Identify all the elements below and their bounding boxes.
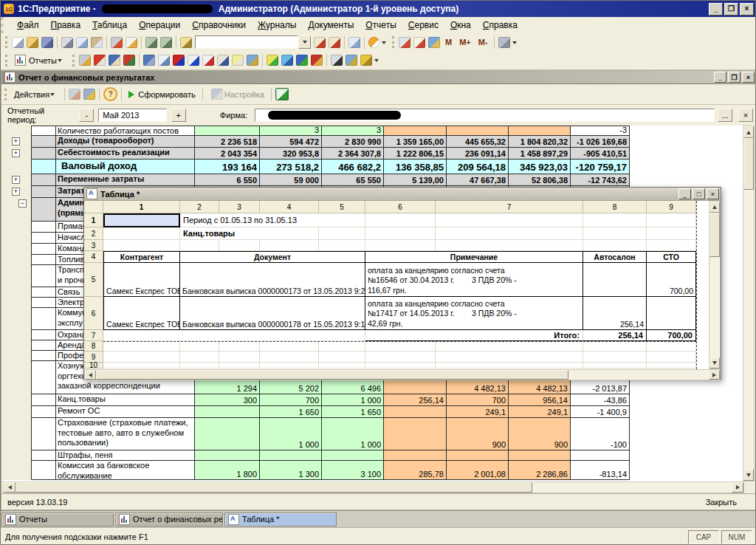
hscroll-thumb[interactable] bbox=[16, 482, 532, 493]
popup-cell[interactable] bbox=[583, 213, 647, 227]
table-cell[interactable]: 47 667,38 bbox=[447, 174, 509, 186]
reports-dropdown-button[interactable]: Отчеты bbox=[10, 52, 69, 68]
taskbar-tab-reports[interactable]: Отчеты bbox=[1, 513, 114, 527]
table-cell[interactable] bbox=[384, 126, 447, 136]
app-close-button[interactable]: × bbox=[740, 3, 754, 16]
popup-contragent-cell[interactable]: Самекс Експрес ТОВ bbox=[103, 297, 180, 330]
popup-cell[interactable] bbox=[180, 352, 219, 363]
popup-cell[interactable] bbox=[219, 240, 260, 251]
sign-document-icon[interactable] bbox=[217, 55, 229, 66]
toolbar-grip[interactable] bbox=[5, 55, 7, 66]
popup-cell[interactable] bbox=[583, 240, 647, 251]
expand-icon[interactable]: + bbox=[12, 176, 20, 184]
table-cell[interactable]: -43,86 bbox=[571, 394, 630, 406]
table-cell[interactable]: 1 000 bbox=[322, 394, 384, 406]
table-cell[interactable] bbox=[322, 450, 384, 461]
table-hscrollbar[interactable] bbox=[3, 481, 744, 493]
memory-m-plus-button[interactable]: M+ bbox=[456, 36, 475, 48]
popup-cell[interactable] bbox=[365, 227, 436, 240]
table-cell[interactable]: 249,1 bbox=[509, 406, 571, 418]
cut-icon[interactable] bbox=[61, 37, 73, 48]
popup-cell[interactable] bbox=[436, 227, 583, 240]
table-cell[interactable] bbox=[384, 418, 447, 450]
find-next-icon[interactable] bbox=[314, 37, 326, 48]
menu-journals[interactable]: Журналы bbox=[252, 18, 302, 32]
popup-cell[interactable] bbox=[365, 341, 436, 352]
generate-button[interactable]: Сформировать bbox=[124, 88, 200, 101]
search-input[interactable] bbox=[195, 35, 298, 49]
table-cell[interactable]: 466 682,2 bbox=[322, 160, 384, 174]
row-stub[interactable] bbox=[31, 126, 56, 136]
popup-cell[interactable] bbox=[647, 341, 696, 352]
popup-cell[interactable] bbox=[180, 363, 219, 369]
popup-cell[interactable] bbox=[647, 352, 696, 363]
row-stub[interactable] bbox=[31, 136, 56, 148]
row-stub[interactable] bbox=[31, 198, 56, 222]
row-label[interactable]: Ремонт ОС bbox=[56, 406, 195, 418]
row-label[interactable]: Переменные затраты bbox=[56, 174, 195, 186]
table-cell[interactable]: 3 100 bbox=[322, 461, 384, 480]
row-stub[interactable] bbox=[31, 461, 56, 480]
table-cell[interactable] bbox=[195, 126, 260, 136]
scroll-down-button[interactable] bbox=[709, 357, 720, 369]
scroll-right-button[interactable] bbox=[709, 370, 720, 380]
popup-cell[interactable] bbox=[219, 352, 260, 363]
books-icon[interactable] bbox=[123, 55, 135, 66]
combobox-dropdown-icon[interactable] bbox=[298, 35, 311, 49]
table-cell[interactable]: -1 400,9 bbox=[571, 406, 630, 418]
popup-vscrollbar[interactable] bbox=[709, 201, 721, 369]
table-cell[interactable]: 256,14 bbox=[384, 394, 447, 406]
print-icon[interactable] bbox=[111, 37, 123, 48]
popup-cell[interactable] bbox=[260, 363, 319, 369]
copy-icon[interactable] bbox=[76, 37, 88, 48]
row-stub[interactable] bbox=[31, 148, 56, 160]
popup-cell[interactable] bbox=[103, 363, 180, 369]
toolbar-grip[interactable] bbox=[72, 55, 75, 66]
table-cell[interactable]: 700 bbox=[260, 394, 322, 406]
table-cell[interactable] bbox=[571, 450, 630, 461]
popup-cell[interactable] bbox=[365, 363, 436, 369]
info-icon[interactable] bbox=[368, 37, 379, 48]
scroll-up-button[interactable] bbox=[709, 202, 720, 213]
table-cell[interactable]: 1 000 bbox=[260, 418, 322, 450]
table-cell[interactable] bbox=[260, 450, 322, 461]
popup-maximize-button[interactable]: □ bbox=[693, 188, 705, 199]
table-cell[interactable]: 1 650 bbox=[260, 406, 322, 418]
popup-cell[interactable] bbox=[319, 227, 365, 240]
firm-browse-button[interactable]: ... bbox=[718, 109, 732, 122]
table-cell[interactable]: 594 472 bbox=[260, 136, 322, 148]
menu-table[interactable]: Таблица bbox=[86, 18, 133, 32]
row-stub[interactable] bbox=[31, 233, 56, 244]
table-cell[interactable] bbox=[195, 450, 260, 461]
popup-row-header[interactable]: 8 bbox=[84, 341, 103, 352]
doc-import-icon[interactable] bbox=[188, 55, 199, 66]
row-label[interactable]: Доходы (товарооборот) bbox=[56, 136, 195, 148]
table-cell[interactable]: -813,14 bbox=[571, 461, 630, 480]
popup-row-header[interactable]: 1 bbox=[84, 213, 103, 227]
row-stub[interactable] bbox=[31, 222, 56, 233]
popup-cell[interactable] bbox=[180, 240, 219, 251]
table-cell[interactable]: 1 800 bbox=[195, 461, 260, 480]
taskbar-tab-financial-report[interactable]: Отчет о финансовых резул... bbox=[115, 513, 223, 527]
find-prev-icon[interactable] bbox=[329, 37, 340, 48]
table-cell[interactable]: 6 550 bbox=[195, 174, 260, 186]
popup-contragent-cell[interactable]: Самекс Експрес ТОВ bbox=[103, 263, 180, 297]
row-label[interactable]: Штрафы, пеня bbox=[56, 450, 195, 461]
popup-minimize-button[interactable]: _ bbox=[678, 188, 691, 199]
popup-cell[interactable] bbox=[319, 352, 365, 363]
red-book-icon[interactable] bbox=[311, 55, 323, 66]
popup-table-header[interactable]: Примечание bbox=[365, 251, 583, 263]
gears-icon[interactable] bbox=[79, 55, 91, 66]
popup-cell[interactable] bbox=[103, 330, 365, 341]
calculator-icon[interactable] bbox=[399, 37, 410, 48]
users-icon[interactable] bbox=[428, 37, 440, 48]
popup-table-header[interactable]: Документ bbox=[180, 251, 365, 263]
firm-clear-button[interactable]: × bbox=[738, 109, 753, 122]
table-cell[interactable]: 1 804 820,32 bbox=[509, 136, 571, 148]
table-cell[interactable] bbox=[384, 406, 447, 418]
popup-cell[interactable] bbox=[219, 363, 260, 369]
arrows-swap-icon[interactable] bbox=[173, 55, 185, 66]
table-vscrollbar[interactable] bbox=[743, 126, 755, 481]
actions-button[interactable]: Действия bbox=[10, 88, 62, 101]
popup-cell[interactable] bbox=[583, 352, 647, 363]
